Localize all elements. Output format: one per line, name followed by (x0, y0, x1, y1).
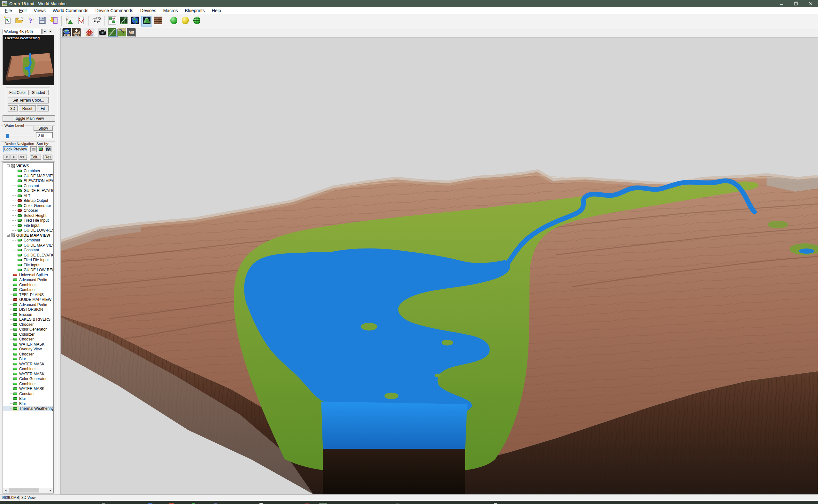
tree-item[interactable]: Tiled File Input (3, 258, 53, 263)
tree-item[interactable]: Color Generator (3, 377, 53, 382)
fit-button[interactable]: Fit (37, 105, 49, 111)
water-level-slider-thumb[interactable] (6, 134, 9, 138)
menu-help[interactable]: Help (208, 7, 225, 14)
tree-item[interactable]: Chooser (3, 337, 53, 342)
nav-next-button[interactable]: > (11, 155, 17, 160)
sort-display-icon[interactable] (38, 146, 44, 152)
close-button[interactable] (803, 0, 818, 7)
build-options-button[interactable] (75, 16, 86, 27)
collapse-icon[interactable]: – (7, 164, 10, 167)
build-sphere-green-button[interactable] (168, 16, 179, 27)
collapse-icon[interactable]: – (7, 234, 10, 237)
terrain-3d-viewport[interactable] (61, 38, 818, 494)
nav-prev-button[interactable]: < (4, 155, 10, 160)
tree-group[interactable]: –VIEWS (3, 164, 53, 169)
restore-button[interactable] (789, 0, 803, 7)
menu-devices[interactable]: Devices (137, 7, 160, 14)
help-overlay-button[interactable]: ? (117, 29, 126, 37)
device-workview-button[interactable] (107, 16, 118, 27)
tree-item[interactable]: Combiner (3, 367, 53, 372)
tree-item[interactable]: Erosion (3, 312, 53, 317)
edit-device-button[interactable]: Edit... (30, 155, 41, 160)
ab-compare-button[interactable]: A|B (127, 29, 136, 37)
tree-item[interactable]: File Input (3, 223, 53, 228)
device-preview[interactable]: Thermal Weathering (3, 35, 54, 85)
tree-item[interactable]: Bitmap Output (3, 198, 53, 203)
tree-item[interactable]: WATER MASK (3, 342, 53, 347)
tree-group[interactable]: –GUIDE MAP VIEW (3, 233, 53, 238)
tree-item[interactable]: GUIDE MAP VIEW (3, 243, 53, 248)
tree-item[interactable]: Advanced Perlin (3, 302, 53, 307)
build-world-button[interactable] (191, 16, 202, 27)
menu-macros[interactable]: Macros (160, 7, 181, 14)
export-terrain-button[interactable] (48, 16, 59, 27)
tree-item[interactable]: Tiled File Input (3, 218, 53, 223)
tree-item[interactable]: WATER MASK (3, 371, 53, 377)
set-terrain-color-button[interactable]: Set Terrain Color... (8, 97, 49, 103)
reset-camera-button[interactable]: Reset (85, 29, 94, 37)
reset-view-button[interactable]: Reset (19, 105, 36, 111)
tree-item[interactable]: Combiner (3, 238, 53, 243)
water-show-button[interactable]: Show (34, 126, 53, 131)
tree-item[interactable]: Universal Splitter (3, 272, 53, 278)
terrain-display-button[interactable] (108, 29, 117, 37)
tree-item[interactable]: DISTORSION (3, 307, 53, 312)
texture-view-button[interactable] (153, 16, 164, 27)
tree-item[interactable]: Chooser (3, 322, 53, 327)
shaded-button[interactable]: Shaded (28, 90, 49, 95)
water-level-slider[interactable] (4, 136, 34, 136)
tree-item[interactable]: Blur (3, 401, 53, 406)
menu-edit[interactable]: Edit (16, 7, 30, 14)
tree-item[interactable]: Chooser (3, 352, 53, 357)
tree-item[interactable]: WATER MASK (3, 362, 53, 367)
menu-device-commands[interactable]: Device Commands (92, 7, 137, 14)
orbit-camera-button[interactable]: Orbit (62, 29, 71, 37)
tree-item[interactable]: Thermal Weathering (3, 406, 53, 411)
tree-item[interactable]: Combiner (3, 282, 53, 287)
nav-last-button[interactable]: >>| (19, 155, 27, 160)
tree-item[interactable]: GUIDE LOW-RES (3, 268, 53, 273)
tree-scrollbar-thumb[interactable] (9, 488, 39, 493)
tree-item[interactable]: GUIDE ELEVATION (3, 253, 53, 258)
tree-item[interactable]: Color Generator (3, 327, 53, 332)
view-3d-button[interactable] (141, 16, 152, 27)
tree-item[interactable]: Constant (3, 248, 53, 253)
preview-prev-button[interactable]: ◄ (42, 29, 47, 34)
tree-item[interactable]: Chooser (3, 208, 53, 213)
tree-item[interactable]: Advanced Perlin (3, 278, 53, 283)
tree-item[interactable]: TER1 PLAINS (3, 292, 53, 297)
free-camera-button[interactable]: Free (72, 29, 81, 37)
tree-item[interactable]: WATER MASK (3, 386, 53, 392)
menu-file[interactable]: File (1, 7, 16, 14)
build-sphere-yellow-button[interactable] (180, 16, 191, 27)
random-seed-button[interactable] (91, 16, 102, 27)
new-world-button[interactable] (2, 16, 13, 27)
3d-button[interactable]: 3D (8, 105, 18, 111)
tree-item[interactable]: Overlay View (3, 347, 53, 352)
tree-item[interactable]: Combiner (3, 287, 53, 293)
tree-item[interactable]: Color Generator (3, 203, 53, 208)
lock-preview-button[interactable]: Lock Preview (3, 146, 28, 152)
tree-item[interactable]: ELEVATION VIEW (3, 179, 53, 184)
flat-color-button[interactable]: Flat Color (8, 90, 27, 95)
preview-selector-input[interactable] (3, 29, 42, 34)
tree-item[interactable]: Blur (3, 396, 53, 401)
panel-splitter[interactable] (57, 28, 61, 494)
tree-item[interactable]: GUIDE MAP VIEW (3, 297, 53, 302)
minimize-button[interactable] (774, 0, 789, 7)
tree-item[interactable]: ALT (3, 193, 53, 198)
tree-item[interactable]: GUIDE MAP VIEW (3, 173, 53, 179)
tree-item[interactable]: Constant (3, 391, 53, 396)
tree-item[interactable]: LAKES & RIVERS (3, 317, 53, 322)
tree-item[interactable]: Combiner (3, 169, 53, 174)
tree-item[interactable]: Combiner (3, 381, 53, 386)
save-world-button[interactable] (37, 16, 48, 27)
tree-horizontal-scrollbar[interactable]: ◄ ► (3, 488, 53, 493)
file-wizard-button[interactable]: ? (25, 16, 36, 27)
res-button[interactable]: Res (43, 155, 52, 160)
layout-view-button[interactable] (118, 16, 129, 27)
tree-item[interactable]: Blur (3, 357, 53, 362)
sort-list-icon[interactable] (30, 146, 37, 152)
preview-next-button[interactable]: ► (48, 29, 53, 34)
tree-item[interactable]: File Input (3, 263, 53, 268)
